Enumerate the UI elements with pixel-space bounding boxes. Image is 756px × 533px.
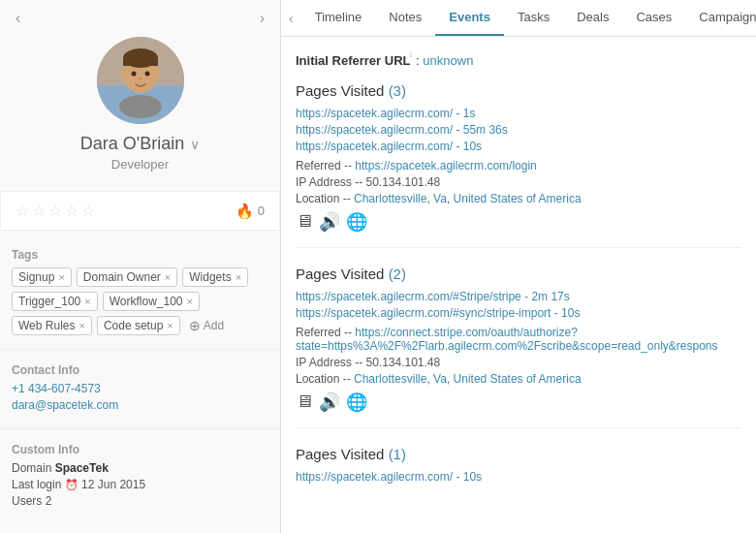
- referred-line-3: Referred -- https://spacetek.agilecrm.co…: [296, 159, 741, 172]
- phone-item: +1 434-607-4573: [12, 382, 268, 395]
- star-1[interactable]: ☆: [16, 202, 29, 220]
- profile-section: Dara O'Briain ∨ Developer: [0, 37, 280, 181]
- tag-workflow: Workflow_100 ×: [103, 292, 200, 311]
- tag-signup: Signup ×: [12, 267, 72, 287]
- domain-item: Domain SpaceTek: [12, 461, 268, 475]
- tag-trigger-remove[interactable]: ×: [84, 296, 90, 307]
- last-login-value: 12 Jun 2015: [81, 478, 145, 491]
- svg-point-10: [155, 70, 161, 78]
- svg-point-9: [120, 70, 126, 78]
- tag-widgets-remove[interactable]: ×: [236, 271, 241, 283]
- divider-2: [0, 428, 280, 429]
- page-url-3-3[interactable]: https://spacetek.agilecrm.com/ - 10s: [296, 140, 741, 153]
- profile-chevron[interactable]: ∨: [190, 137, 200, 152]
- divider-1: [0, 349, 280, 350]
- tag-web-rules-remove[interactable]: ×: [79, 320, 84, 331]
- location-city-2[interactable]: Charlottesville: [354, 372, 426, 386]
- nav-left-button[interactable]: ‹: [10, 8, 26, 29]
- location-state-2[interactable]: Va: [433, 372, 447, 386]
- page-url-3-2[interactable]: https://spacetek.agilecrm.com/ - 55m 36s: [296, 123, 741, 137]
- tab-events[interactable]: Events: [435, 0, 504, 36]
- email-link[interactable]: dara@spacetek.com: [12, 398, 118, 412]
- page-url-1-1[interactable]: https://spacetek.agilecrm.com/ - 10s: [296, 470, 741, 484]
- tag-code-setup: Code setup ×: [97, 316, 180, 335]
- tab-campaigns[interactable]: Campaigns: [685, 0, 756, 36]
- users-item: Users 2: [12, 494, 268, 508]
- fire-badge: 🔥 0: [236, 203, 265, 220]
- location-country-3[interactable]: United States of America: [454, 192, 582, 205]
- plus-circle-icon: ⊕: [189, 318, 201, 333]
- tags-label: Tags: [12, 248, 268, 262]
- referrer-line: Initial Referrer URLⁱ : unknown: [296, 51, 741, 68]
- tabs-prev-button[interactable]: ‹: [281, 3, 301, 34]
- star-2[interactable]: ☆: [32, 202, 46, 220]
- audio-icon-3: 🔊: [319, 211, 340, 233]
- last-login-item: Last login ⏰ 12 Jun 2015: [12, 478, 268, 491]
- referred-line-2: Referred -- https://connect.stripe.com/o…: [296, 326, 741, 353]
- pages-block-1: Pages Visited (1) https://spacetek.agile…: [296, 446, 741, 501]
- location-state-3[interactable]: Va: [433, 192, 447, 205]
- profile-role: Developer: [111, 157, 169, 172]
- profile-name: Dara O'Briain ∨: [80, 134, 200, 154]
- nav-arrows: ‹ ›: [0, 0, 280, 37]
- device-icons-3: 🖥 🔊 🌐: [296, 211, 741, 233]
- left-panel: ‹ ›: [0, 0, 281, 533]
- tag-workflow-remove[interactable]: ×: [187, 296, 193, 307]
- tag-domain-owner-remove[interactable]: ×: [165, 271, 171, 283]
- tab-deals[interactable]: Deals: [563, 0, 622, 36]
- phone-link[interactable]: +1 434-607-4573: [12, 382, 101, 395]
- svg-point-7: [144, 72, 149, 77]
- pages-title-3: Pages Visited (3): [296, 82, 741, 99]
- pages-title-1: Pages Visited (1): [296, 446, 741, 462]
- globe-icon-3: 🌐: [346, 211, 367, 233]
- pages-block-3: Pages Visited (3) https://spacetek.agile…: [296, 82, 741, 248]
- users-value: 2: [46, 494, 52, 508]
- location-city-3[interactable]: Charlottesville: [354, 192, 426, 205]
- right-panel: ‹ Timeline Notes Events Tasks Deals Case…: [281, 0, 756, 533]
- location-country-2[interactable]: United States of America: [454, 372, 582, 386]
- add-tag-button[interactable]: ⊕ Add: [185, 316, 228, 335]
- tag-signup-remove[interactable]: ×: [58, 271, 64, 283]
- fire-score: 0: [258, 204, 265, 218]
- pages-count-1: (1): [389, 446, 406, 462]
- tags-container: Signup × Domain Owner × Widgets × Trigge…: [12, 267, 268, 335]
- custom-info-title: Custom Info: [12, 443, 268, 456]
- svg-rect-4: [123, 58, 158, 66]
- custom-info-section: Custom Info Domain SpaceTek Last login ⏰…: [0, 435, 280, 518]
- tag-code-setup-remove[interactable]: ×: [167, 320, 173, 331]
- page-url-3-1[interactable]: https://spacetek.agilecrm.com/ - 1s: [296, 107, 741, 120]
- pages-title-2: Pages Visited (2): [296, 266, 741, 282]
- contact-info-title: Contact Info: [12, 363, 268, 377]
- rating-section: ☆ ☆ ☆ ☆ ☆ 🔥 0: [0, 191, 280, 231]
- device-icons-2: 🖥 🔊 🌐: [296, 392, 741, 413]
- nav-right-button[interactable]: ›: [254, 8, 270, 29]
- location-line-2: Location -- Charlottesville, Va, United …: [296, 372, 741, 386]
- tag-domain-owner: Domain Owner ×: [77, 267, 177, 287]
- tag-widgets: Widgets ×: [182, 267, 248, 287]
- referrer-info-icon[interactable]: ⁱ: [410, 51, 412, 62]
- referred-url-3[interactable]: https://spacetek.agilecrm.com/login: [355, 159, 536, 172]
- ip-line-3: IP Address -- 50.134.101.48: [296, 175, 741, 189]
- page-url-2-1[interactable]: https://spacetek.agilecrm.com/#Stripe/st…: [296, 290, 741, 303]
- pages-count-2: (2): [389, 266, 406, 282]
- page-url-2-2[interactable]: https://spacetek.agilecrm.com/#sync/stri…: [296, 306, 741, 320]
- star-3[interactable]: ☆: [48, 202, 62, 220]
- stars[interactable]: ☆ ☆ ☆ ☆ ☆: [16, 202, 95, 220]
- star-5[interactable]: ☆: [81, 202, 95, 220]
- tab-cases[interactable]: Cases: [622, 0, 685, 36]
- content-area: Initial Referrer URLⁱ : unknown Pages Vi…: [281, 37, 756, 533]
- referrer-value: unknown: [423, 53, 473, 68]
- tab-tasks[interactable]: Tasks: [504, 0, 563, 36]
- monitor-icon-3: 🖥: [296, 211, 313, 233]
- svg-point-6: [131, 72, 136, 77]
- tab-timeline[interactable]: Timeline: [301, 0, 376, 36]
- pages-block-2: Pages Visited (2) https://spacetek.agile…: [296, 266, 741, 428]
- tag-trigger: Trigger_100 ×: [12, 292, 98, 311]
- pages-count-3: (3): [389, 82, 406, 99]
- audio-icon-2: 🔊: [319, 392, 340, 413]
- referred-url-2[interactable]: https://connect.stripe.com/oauth/authori…: [296, 326, 718, 353]
- referrer-label: Initial Referrer URL: [296, 53, 410, 68]
- tab-notes[interactable]: Notes: [375, 0, 435, 36]
- email-item: dara@spacetek.com: [12, 398, 268, 412]
- star-4[interactable]: ☆: [65, 202, 79, 220]
